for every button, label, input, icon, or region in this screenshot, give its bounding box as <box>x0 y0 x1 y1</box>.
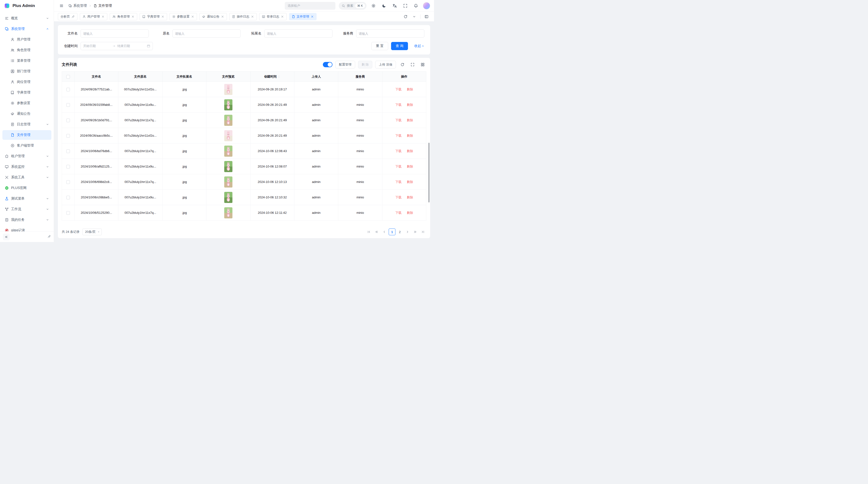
first-page-button[interactable] <box>366 228 372 235</box>
tenant-select-input[interactable] <box>285 2 335 10</box>
row-checkbox[interactable] <box>66 180 70 184</box>
prev-page-button[interactable] <box>381 228 388 235</box>
table-scrollbar-thumb[interactable] <box>428 143 430 202</box>
download-link[interactable]: 下载 <box>396 149 402 153</box>
file-preview-thumbnail[interactable] <box>224 192 232 203</box>
file-preview-thumbnail[interactable] <box>224 115 232 126</box>
breadcrumb-system-mgmt[interactable]: 系统管理 <box>68 4 87 8</box>
file-preview-thumbnail[interactable] <box>224 161 232 172</box>
tab-login-log[interactable]: 登录日志 <box>259 13 287 20</box>
reset-button[interactable]: 重 置 <box>371 42 388 50</box>
tab-close-icon[interactable] <box>191 15 194 18</box>
tab-file-mgmt[interactable]: 文件管理 <box>289 13 317 20</box>
row-delete-link[interactable]: 删除 <box>407 180 413 184</box>
download-link[interactable]: 下载 <box>396 118 402 122</box>
upload-button[interactable]: 上传 没做 <box>375 61 396 68</box>
prev-5-pages-button[interactable] <box>373 228 380 235</box>
download-link[interactable]: 下载 <box>396 88 402 91</box>
tab-close-icon[interactable] <box>311 15 314 18</box>
row-delete-link[interactable]: 删除 <box>407 149 413 153</box>
batch-delete-button[interactable]: 删 除 <box>358 61 373 68</box>
sidebar-item-test-menu[interactable]: 测试菜单 <box>2 194 51 203</box>
row-checkbox[interactable] <box>66 134 70 138</box>
sidebar-item-param-settings[interactable]: 参数设置 <box>2 98 51 108</box>
sidebar-item-menu-mgmt[interactable]: 菜单管理 <box>2 56 51 66</box>
row-checkbox[interactable] <box>66 103 70 107</box>
download-link[interactable]: 下载 <box>396 180 402 184</box>
sidebar-item-role-mgmt[interactable]: 角色管理 <box>2 45 51 55</box>
sidebar-item-post-mgmt[interactable]: 岗位管理 <box>2 77 51 87</box>
layout-panel-button[interactable] <box>423 13 430 20</box>
download-link[interactable]: 下载 <box>396 195 402 199</box>
sidebar-item-system-monitor[interactable]: 系统监控 <box>2 162 51 172</box>
tab-analysis[interactable]: 分析页 <box>58 13 78 20</box>
sidebar-item-tenant-mgmt[interactable]: 租户管理 <box>2 151 51 161</box>
tab-close-icon[interactable] <box>131 15 134 18</box>
tab-param-settings[interactable]: 参数设置 <box>169 13 197 20</box>
sidebar-item-gitee-record[interactable]: gitee记录 <box>2 226 51 231</box>
page-size-select[interactable]: 20条/页 <box>83 228 102 235</box>
sidebar-item-system-tools[interactable]: 系统工具 <box>2 172 51 182</box>
tab-pin-icon[interactable] <box>71 15 75 18</box>
filter-extension-input[interactable] <box>264 29 333 38</box>
page-number-2[interactable]: 2 <box>396 228 403 235</box>
next-5-pages-button[interactable] <box>412 228 418 235</box>
sidebar-item-system-mgmt[interactable]: 系统管理 <box>2 24 51 34</box>
notifications-button[interactable] <box>412 2 420 9</box>
tab-dict-mgmt[interactable]: 字典管理 <box>140 13 167 20</box>
sidebar-item-notice[interactable]: 通知公告 <box>2 109 51 119</box>
sidebar-item-log-mgmt[interactable]: 日志管理 <box>2 120 51 129</box>
sidebar-item-dict-mgmt[interactable]: 字典管理 <box>2 88 51 97</box>
sidebar-collapse-button[interactable] <box>3 233 10 240</box>
tab-close-icon[interactable] <box>281 15 284 18</box>
row-checkbox[interactable] <box>66 211 70 215</box>
next-page-button[interactable] <box>404 228 411 235</box>
column-header[interactable]: 创建时间 <box>250 72 294 82</box>
sidebar-item-plus-website[interactable]: PLUS官网 <box>2 183 51 193</box>
user-avatar[interactable] <box>423 2 430 9</box>
filter-provider-input[interactable] <box>356 29 424 38</box>
file-preview-thumbnail[interactable] <box>224 176 232 188</box>
sidebar-item-overview[interactable]: 概览 <box>2 13 51 23</box>
table-fullscreen-button[interactable] <box>409 61 416 68</box>
last-page-button[interactable] <box>420 228 426 235</box>
column-settings-button[interactable] <box>419 61 426 68</box>
download-link[interactable]: 下载 <box>396 103 402 106</box>
menu-toggle-button[interactable] <box>58 2 65 9</box>
tab-close-icon[interactable] <box>221 15 224 18</box>
filter-original-name-input[interactable] <box>173 29 241 38</box>
tab-user-mgmt[interactable]: 用户管理 <box>80 13 107 20</box>
language-button[interactable] <box>391 2 398 9</box>
sidebar-item-client-mgmt[interactable]: 客户端管理 <box>2 141 51 151</box>
download-link[interactable]: 下载 <box>396 134 402 137</box>
sidebar-item-dept-mgmt[interactable]: 部门管理 <box>2 67 51 76</box>
fullscreen-button[interactable] <box>402 2 409 9</box>
select-all-checkbox[interactable] <box>66 75 70 78</box>
sidebar-pin-button[interactable] <box>48 235 51 239</box>
row-delete-link[interactable]: 删除 <box>407 103 413 106</box>
sidebar-item-workflow[interactable]: 工作流 <box>2 204 51 214</box>
breadcrumb-file-mgmt[interactable]: 文件管理 <box>94 4 112 8</box>
create-time-range-picker[interactable]: 开始日期 结束日期 <box>81 42 153 50</box>
file-preview-thumbnail[interactable] <box>224 99 232 110</box>
tab-close-icon[interactable] <box>161 15 164 18</box>
file-preview-thumbnail[interactable] <box>224 207 232 218</box>
row-delete-link[interactable]: 删除 <box>407 88 413 91</box>
row-delete-link[interactable]: 删除 <box>407 134 413 137</box>
file-preview-thumbnail[interactable] <box>224 84 232 95</box>
tab-role-mgmt[interactable]: 角色管理 <box>110 13 137 20</box>
tab-close-icon[interactable] <box>101 15 105 18</box>
sidebar-item-my-tasks[interactable]: 我的任务 <box>2 215 51 225</box>
table-refresh-button[interactable] <box>399 61 406 68</box>
tab-op-log[interactable]: 操作日志 <box>229 13 257 20</box>
stripe-toggle[interactable] <box>323 62 333 67</box>
row-checkbox[interactable] <box>66 196 70 199</box>
tab-close-icon[interactable] <box>251 15 254 18</box>
query-button[interactable]: 查 询 <box>391 42 408 50</box>
refresh-tab-button[interactable] <box>402 13 409 20</box>
row-delete-link[interactable]: 删除 <box>407 118 413 122</box>
row-checkbox[interactable] <box>66 165 70 168</box>
page-number-1[interactable]: 1 <box>389 228 396 235</box>
filter-file-name-input[interactable] <box>81 29 149 38</box>
dark-mode-button[interactable] <box>380 2 388 9</box>
